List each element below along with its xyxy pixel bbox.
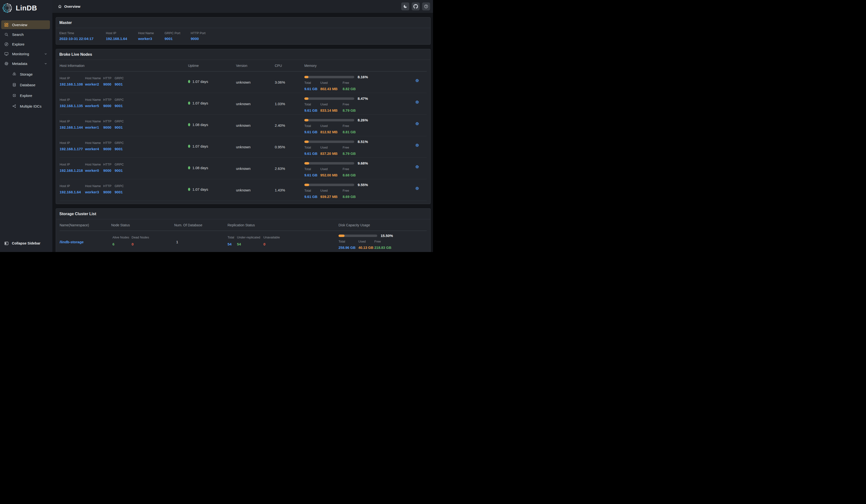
lindb-logo-icon [2, 3, 12, 13]
sidebar-item-explore[interactable]: Explore [1, 40, 50, 48]
http-port-label: HTTP [103, 98, 115, 102]
field-value: 2022-10-31 22:04:17 [59, 36, 106, 41]
moon-icon [403, 4, 408, 9]
memory-usage-bar-fill [304, 141, 309, 143]
under-replicated-value: 54 [237, 242, 263, 246]
host-ip-value: 192.168.1.144 [59, 125, 85, 130]
node-settings-button[interactable] [415, 79, 419, 83]
node-settings-button[interactable] [415, 143, 419, 147]
cpu-value: 2.63% [275, 158, 304, 171]
broker-nodes-card: Broke Live Nodes Host Information Uptime… [56, 49, 431, 204]
host-name-value: worker2 [85, 82, 103, 86]
master-fields: Elect Time 2022-10-31 22:04:17 Host IP 1… [56, 28, 430, 44]
sidebar-item-search[interactable]: Search [1, 30, 50, 39]
status-online-dot [188, 123, 190, 126]
column-header-version: Version [236, 64, 275, 68]
storage-cluster-table: Name(Namespace) Node Status Num. Of Data… [56, 219, 430, 252]
target-icon [12, 93, 16, 98]
memory-usage-bar [304, 162, 354, 165]
replication-total-value: 54 [227, 242, 237, 246]
host-ip-label: Host IP [59, 141, 85, 145]
grpc-port-value: 9001 [115, 147, 188, 151]
memory-usage-bar [304, 76, 354, 78]
alive-nodes-value: 6 [112, 242, 132, 246]
column-header-num-of-database: Num. Of Database [174, 223, 227, 227]
field-label: GRPC Port [165, 31, 191, 35]
memory-total-label: Total [304, 102, 320, 106]
memory-total-label: Total [304, 124, 320, 128]
unavailable-value: 0 [263, 242, 338, 246]
uptime-value: 1.07 days [192, 101, 208, 105]
topbar-actions [401, 2, 430, 10]
memory-used-label: Used [320, 146, 343, 149]
broker-node-row: Host IP Host Name HTTP GRPC 192.168.1.21… [59, 158, 427, 179]
collapse-sidebar-label: Collapse Sidebar [12, 241, 41, 245]
host-name-label: Host Name [85, 184, 103, 188]
sidebar-item-label: Search [12, 33, 24, 36]
memory-cell: 8.26% Total Used Free 9.61 GB 812.92 MB … [304, 115, 407, 134]
host-name-value: worker4 [85, 147, 103, 151]
node-settings-button[interactable] [415, 122, 419, 126]
memory-usage-percent: 8.16% [358, 75, 368, 79]
memory-total-value: 9.61 GB [304, 130, 320, 134]
sidebar-nav: Overview Search Explore Monitoring [0, 16, 52, 112]
cpu-value: 3.06% [275, 71, 304, 84]
grpc-port-label: GRPC [115, 76, 188, 80]
node-settings-button[interactable] [415, 100, 419, 104]
memory-usage-bar-fill [304, 184, 309, 186]
column-header-name-namespace: Name(Namespace) [59, 223, 111, 227]
cpu-value: 0.95% [275, 136, 304, 149]
storage-cluster-name-link[interactable]: /lindb-storage [59, 231, 111, 244]
dark-mode-button[interactable] [401, 2, 409, 10]
sidebar-item-metadata[interactable]: Metadata [1, 59, 50, 68]
sidebar-item-multiple-idcs[interactable]: Multiple IDCs [1, 102, 50, 111]
sidebar-item-storage[interactable]: Storage [1, 70, 50, 79]
host-name-label: Host Name [85, 141, 103, 145]
memory-free-value: 8.69 GB [343, 195, 407, 199]
node-settings-button[interactable] [415, 186, 419, 190]
version-value: unknown [236, 158, 275, 171]
sidebar-item-monitoring[interactable]: Monitoring [1, 49, 50, 58]
host-ip-label: Host IP [59, 163, 85, 166]
broker-node-row: Host IP Host Name HTTP GRPC 192.168.1.13… [59, 93, 427, 115]
collapse-sidebar-button[interactable]: Collapse Sidebar [0, 239, 52, 252]
breadcrumb[interactable]: Overview [58, 4, 80, 9]
gear-icon [415, 100, 419, 104]
sidebar-item-overview[interactable]: Overview [1, 20, 50, 29]
disk-free-value: 218.83 GB [374, 246, 427, 249]
memory-free-label: Free [343, 167, 407, 171]
storage-cluster-card: Storage Cluster List Name(Namespace) Nod… [56, 209, 431, 252]
memory-total-value: 9.61 GB [304, 87, 320, 91]
sidebar-item-metadata-explore[interactable]: Explore [1, 91, 50, 100]
column-header-cpu: CPU [275, 64, 304, 68]
home-icon [58, 4, 62, 9]
alive-nodes-label: Alive Nodes [112, 236, 132, 239]
disk-free-label: Free [374, 240, 427, 243]
storage-cluster-card-title: Storage Cluster List [56, 209, 430, 219]
master-field-http-port: HTTP Port 9000 [191, 31, 427, 41]
host-ip-value: 192.168.1.64 [59, 190, 85, 194]
memory-free-value: 8.68 GB [343, 173, 407, 177]
memory-used-label: Used [320, 124, 343, 128]
node-settings-button[interactable] [415, 165, 419, 169]
github-button[interactable] [412, 2, 420, 10]
hexagons-icon [12, 72, 16, 76]
uptime-cell: 1.08 days [188, 115, 236, 127]
column-header-host-information: Host Information [59, 64, 188, 68]
http-port-label: HTTP [103, 141, 115, 145]
memory-free-value: 8.79 GB [343, 109, 407, 112]
host-ip-value: 192.168.1.177 [59, 147, 85, 151]
field-value: 9001 [165, 36, 191, 41]
unavailable-label: Unavailable [263, 236, 338, 239]
field-label: Elect Time [59, 31, 106, 35]
node-status-cell: Alive Nodes Dead Nodes 6 0 [111, 231, 174, 246]
num-of-database-value: 1 [174, 231, 227, 244]
brand-name: LinDB [16, 4, 37, 12]
disk-usage-bar-fill [338, 235, 345, 237]
help-button[interactable] [422, 2, 430, 10]
app-window: LinDB Overview Search Explore [0, 0, 433, 252]
dead-nodes-value: 0 [132, 242, 174, 246]
cpu-value: 1.43% [275, 179, 304, 192]
column-header-uptime: Uptime [188, 64, 236, 68]
sidebar-item-database[interactable]: Database [1, 80, 50, 89]
